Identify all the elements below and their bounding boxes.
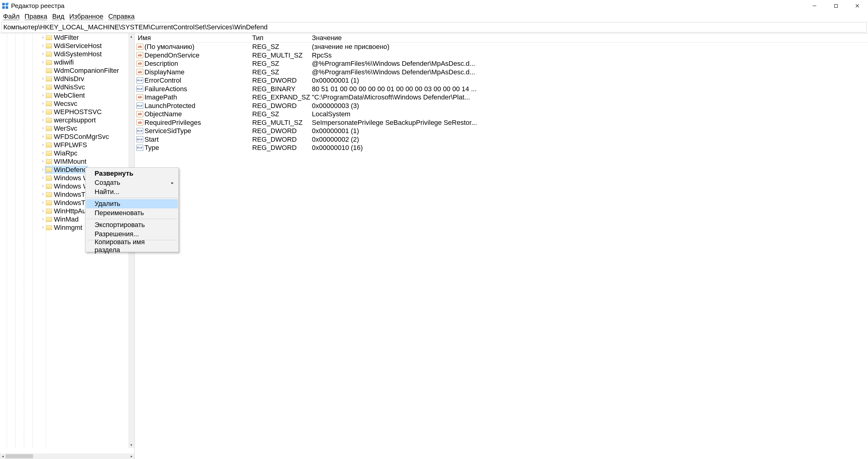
expand-icon[interactable]: › xyxy=(40,116,46,124)
ctx-permissions[interactable]: Разрешения... xyxy=(86,230,178,239)
column-data[interactable]: Значение xyxy=(312,34,868,42)
expand-icon[interactable]: › xyxy=(40,83,46,91)
tree-item[interactable]: ›WEPHOSTSVC xyxy=(0,108,134,116)
value-row[interactable]: DependOnServiceREG_MULTI_SZRpcSs xyxy=(135,51,868,60)
value-name: RequiredPrivileges xyxy=(145,118,252,127)
scroll-right-icon[interactable]: ▸ xyxy=(129,454,134,459)
expand-icon[interactable]: › xyxy=(40,157,46,165)
value-name: FailureActions xyxy=(145,85,252,93)
expand-icon[interactable]: › xyxy=(40,91,46,99)
value-row[interactable]: ErrorControlREG_DWORD0x00000001 (1) xyxy=(135,76,868,85)
ctx-new[interactable]: Создать▸ xyxy=(86,178,178,187)
tree-item[interactable]: ›Wecsvc xyxy=(0,99,134,108)
scroll-thumb[interactable] xyxy=(5,454,33,458)
value-row[interactable]: TypeREG_DWORD0x00000010 (16) xyxy=(135,144,868,152)
value-row[interactable]: StartREG_DWORD0x00000002 (2) xyxy=(135,135,868,144)
value-type: REG_BINARY xyxy=(252,85,312,93)
tree-item[interactable]: ›WFDSConMgrSvc xyxy=(0,132,134,141)
expand-icon[interactable]: › xyxy=(40,108,46,116)
menu-view[interactable]: Вид xyxy=(50,12,67,21)
expand-icon[interactable]: › xyxy=(40,50,46,58)
close-button[interactable] xyxy=(846,0,868,12)
address-bar[interactable]: Компьютер\HKEY_LOCAL_MACHINE\SYSTEM\Curr… xyxy=(1,22,867,32)
tree-item[interactable]: ›WebClient xyxy=(0,91,134,99)
tree-item-label: WdNisSvc xyxy=(53,83,85,91)
expand-icon[interactable]: › xyxy=(40,198,46,207)
value-row[interactable]: ObjectNameREG_SZLocalSystem xyxy=(135,110,868,118)
ctx-export[interactable]: Экспортировать xyxy=(86,220,178,230)
folder-icon xyxy=(46,201,52,205)
menu-file[interactable]: Файл xyxy=(1,12,22,21)
value-name: Description xyxy=(145,59,252,68)
folder-icon xyxy=(46,85,52,90)
expand-icon[interactable]: › xyxy=(40,141,46,149)
scroll-down-icon[interactable]: ▾ xyxy=(128,442,134,448)
expand-icon[interactable]: › xyxy=(40,74,46,83)
tree-item[interactable]: ›WdNisDrv xyxy=(0,75,134,83)
expand-icon[interactable]: › xyxy=(40,174,46,182)
expand-icon[interactable]: › xyxy=(40,215,46,223)
tree-item-label: WiaRpc xyxy=(53,149,78,157)
value-name: ObjectName xyxy=(145,110,252,118)
expand-icon[interactable]: › xyxy=(40,132,46,141)
ctx-delete[interactable]: Удалить xyxy=(86,199,178,208)
value-name: ErrorControl xyxy=(145,76,252,85)
value-data: (значение не присвоено) xyxy=(312,42,868,51)
folder-icon xyxy=(46,43,52,48)
value-row[interactable]: LaunchProtectedREG_DWORD0x00000003 (3) xyxy=(135,101,868,110)
menu-help[interactable]: Справка xyxy=(106,12,137,21)
value-row[interactable]: FailureActionsREG_BINARY80 51 01 00 00 0… xyxy=(135,85,868,93)
column-name[interactable]: Имя xyxy=(135,34,252,42)
tree-item-label: wercplsupport xyxy=(53,116,96,124)
tree-item[interactable]: ›WdNisSvc xyxy=(0,83,134,91)
expand-icon[interactable]: › xyxy=(40,165,46,174)
ctx-copy-key-name[interactable]: Копировать имя раздела xyxy=(86,241,178,251)
tree-item[interactable]: ›wercplsupport xyxy=(0,116,134,124)
ctx-find[interactable]: Найти... xyxy=(86,187,178,196)
tree-item[interactable]: ›WFPLWFS xyxy=(0,141,134,149)
value-row[interactable]: (По умолчанию)REG_SZ(значение не присвое… xyxy=(135,42,868,51)
expand-icon[interactable]: › xyxy=(40,149,46,157)
tree-item-label: WdmCompanionFilter xyxy=(53,66,119,75)
value-row[interactable]: RequiredPrivilegesREG_MULTI_SZSeImperson… xyxy=(135,118,868,127)
tree-item[interactable]: ›WdmCompanionFilter xyxy=(0,66,134,75)
expand-icon[interactable]: › xyxy=(40,41,46,50)
expand-icon[interactable]: › xyxy=(40,99,46,108)
expand-icon[interactable]: › xyxy=(40,58,46,66)
value-row[interactable]: ImagePathREG_EXPAND_SZ"C:\ProgramData\Mi… xyxy=(135,93,868,101)
minimize-button[interactable] xyxy=(804,0,825,12)
tree-item[interactable]: ›WIMMount xyxy=(0,157,134,165)
expand-icon[interactable]: › xyxy=(40,223,46,231)
column-type[interactable]: Тип xyxy=(252,34,312,42)
tree-item[interactable]: ›WdiSystemHost xyxy=(0,50,134,58)
value-type: REG_SZ xyxy=(252,110,312,118)
value-row[interactable]: ServiceSidTypeREG_DWORD0x00000001 (1) xyxy=(135,127,868,135)
expand-icon[interactable]: › xyxy=(40,190,46,198)
tree-item[interactable]: ›WiaRpc xyxy=(0,149,134,157)
folder-icon xyxy=(46,134,52,139)
svg-rect-0 xyxy=(2,3,5,5)
tree-item[interactable]: ›WdiServiceHost xyxy=(0,41,134,50)
tree-item[interactable]: ›WdFilter xyxy=(0,33,134,41)
tree-item[interactable]: ›WerSvc xyxy=(0,124,134,132)
value-row[interactable]: DisplayNameREG_SZ@%ProgramFiles%\Windows… xyxy=(135,68,868,76)
scroll-up-icon[interactable]: ▴ xyxy=(128,33,134,39)
value-row[interactable]: DescriptionREG_SZ@%ProgramFiles%\Windows… xyxy=(135,59,868,68)
menu-edit[interactable]: Правка xyxy=(22,12,50,21)
tree-scrollbar-horizontal[interactable]: ◂ ▸ xyxy=(0,454,134,459)
maximize-button[interactable] xyxy=(825,0,846,12)
binary-value-icon xyxy=(136,102,143,109)
tree-item[interactable]: ›wdiwifi xyxy=(0,58,134,66)
expand-icon[interactable]: › xyxy=(40,33,46,41)
expand-icon[interactable]: › xyxy=(40,182,46,190)
values-list[interactable]: (По умолчанию)REG_SZ(значение не присвое… xyxy=(135,42,868,459)
ctx-expand[interactable]: Развернуть xyxy=(86,169,178,178)
expand-icon[interactable]: › xyxy=(40,207,46,215)
menu-favorites[interactable]: Избранное xyxy=(67,12,106,21)
folder-icon xyxy=(46,217,52,222)
tree-item-label: WdiServiceHost xyxy=(53,41,102,50)
scroll-left-icon[interactable]: ◂ xyxy=(0,454,5,459)
value-name: (По умолчанию) xyxy=(145,42,252,51)
expand-icon[interactable]: › xyxy=(40,124,46,132)
ctx-rename[interactable]: Переименовать xyxy=(86,208,178,218)
